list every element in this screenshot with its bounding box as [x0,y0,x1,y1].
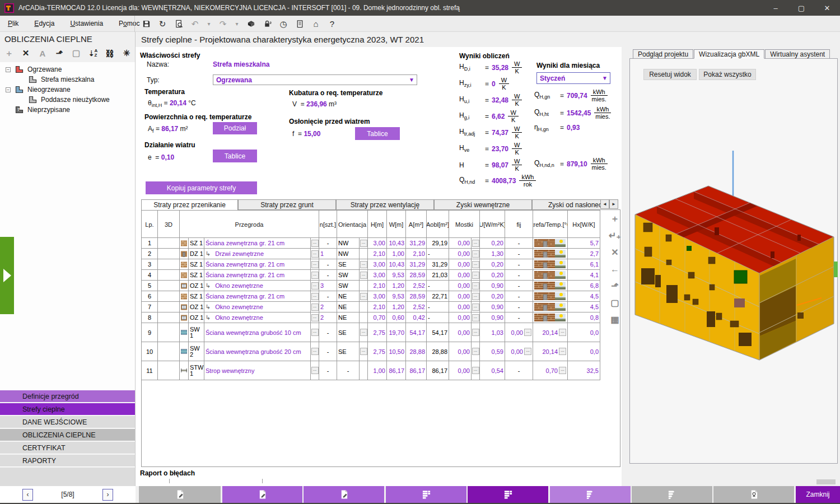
height-value[interactable]: 2,10 [368,249,387,259]
u-value[interactable]: 0,20 [480,291,505,301]
partition-code[interactable]: SZ 1 [189,259,204,269]
report-icon[interactable] [295,19,305,29]
partition-code[interactable]: OZ 1 [189,302,204,312]
tree-item-4[interactable]: Poddasze nieużytkowe [0,95,135,105]
calculator-icon[interactable]: ▦ [610,315,619,324]
report-doc-button-2[interactable] [222,486,302,503]
width-value[interactable]: 1,00 [387,249,406,259]
tree-item-1[interactable]: −Ogrzewane [0,64,135,74]
ellipsis-button[interactable]: ... [360,329,367,336]
orientation[interactable]: NE [337,302,360,312]
count[interactable]: - [319,361,337,380]
ellipsis-button[interactable]: ... [311,304,319,311]
count[interactable]: 2 [319,302,337,312]
tab-wirtualny-asystent[interactable]: Wirtualny asystent [765,49,830,59]
zone-preview-image[interactable] [533,259,568,269]
move-row-icon[interactable]: ← [610,265,619,274]
u-value[interactable]: 0,20 [480,238,505,248]
menu-item-ustawienia[interactable]: Ustawienia [62,16,111,32]
width-value[interactable]: 9,53 [387,291,406,301]
mostki-value[interactable]: 0,00 [449,302,472,312]
add-row-icon[interactable]: ＋ [610,214,619,223]
area-value[interactable]: 0,42 [406,312,427,323]
zone-temp-value[interactable]: 0,70... [533,361,568,380]
ellipsis-button[interactable]: ... [472,272,479,279]
partition-code[interactable]: OZ 1 [189,312,204,323]
ellipsis-button[interactable]: ... [311,314,319,321]
cell-3d[interactable] [158,312,180,323]
zone-preview-image[interactable] [533,238,568,248]
count[interactable]: 3 [319,281,337,291]
delete-zone-icon[interactable]: ✕ [20,48,31,59]
u-value[interactable]: 0,90 [480,281,505,291]
tab-straty-przez-wentylację[interactable]: Straty przez wentylację [336,199,434,210]
mostki-value[interactable]: 0,00 [449,323,472,342]
partition-name[interactable]: Ściana wewnętrzna grubość 20 cm [204,342,311,361]
mostki-value[interactable]: 0,00 [449,270,472,280]
ellipsis-button[interactable]: ... [360,240,367,247]
partition-code[interactable]: SZ 1 [189,291,204,301]
paste-row-icon[interactable]: ▢ [610,298,619,307]
partition-name[interactable]: ↳Okno zewnętrzne [204,302,311,312]
tab-straty-przez-przenikanie[interactable]: Straty przez przenikanie [141,199,238,210]
ellipsis-button[interactable]: ... [360,348,367,355]
wind-shield-row[interactable]: f = 15,00 [292,130,320,138]
zone-type-select[interactable]: Ogrzewana ▼ [213,74,417,85]
report-doc-button-1[interactable] [139,486,221,503]
area-value[interactable]: 31,29 [406,238,427,248]
ellipsis-button[interactable]: ... [311,348,319,355]
copy-zone-params-button[interactable]: Kopiuj parametry strefy [146,181,257,194]
ellipsis-button[interactable]: ... [472,329,479,336]
cell-3d[interactable] [158,323,180,342]
undo-menu-icon[interactable]: ▾ [206,19,212,29]
orientation[interactable]: NW [337,249,360,259]
sidebar-item-raporty[interactable]: RAPORTY [0,455,135,467]
zone-temp-value[interactable]: 20,14... [533,342,568,361]
temperature-row[interactable]: θint,H = 20,14 °C [148,99,196,108]
ellipsis-button[interactable]: ... [360,293,367,300]
fij-value[interactable]: - [505,270,533,280]
undo-icon[interactable]: ↶ [190,19,200,29]
tab-zyski-od-nasłonecz[interactable]: Zyski od nasłonecz [532,199,600,210]
partition-code[interactable]: SZ 1 [189,238,204,248]
cell-3d[interactable] [158,302,180,312]
zone-temp-value[interactable]: 20,14... [533,323,568,342]
fij-value[interactable]: - [505,291,533,301]
partition-name[interactable]: Ściana zewnętrzna gr. 21 cm [204,270,311,280]
mostki-value[interactable]: 0,00 [449,342,472,361]
close-button[interactable]: ✕ [814,0,840,16]
rename-zone-icon[interactable]: A [37,48,48,59]
u-value[interactable]: 0,59 [480,342,505,361]
u-value[interactable]: 1,03 [480,323,505,342]
print-preview-icon[interactable] [174,19,184,29]
sidebar-item-dane-wej-ciowe[interactable]: DANE WEJŚCIOWE [0,416,135,428]
help-icon[interactable]: ? [327,19,337,29]
orientation[interactable]: SE [337,323,360,342]
report-doc-button-3[interactable] [304,486,384,503]
ellipsis-button[interactable]: ... [472,367,479,374]
fij-value[interactable]: - [505,238,533,248]
menu-item-edycja[interactable]: Edycja [26,16,62,32]
ellipsis-button[interactable]: ... [559,367,566,374]
ellipsis-button[interactable]: ... [311,250,319,258]
mostki-value[interactable]: 0,00 [449,249,472,259]
ellipsis-button[interactable]: ... [472,261,479,268]
orientation[interactable]: SE [337,259,360,269]
paste-zone-icon[interactable]: ▢ [71,48,82,59]
ellipsis-button[interactable]: ... [311,282,319,290]
add-zone-icon[interactable]: ＋ [3,48,15,59]
u-value[interactable]: 0,90 [480,302,505,312]
area-value[interactable]: 28,88 [406,342,427,361]
energy-label-button-1[interactable] [550,486,631,503]
cell-3d[interactable] [158,342,180,361]
wind-shield-tablice-button[interactable]: Tablice [355,127,400,140]
partition-code[interactable]: SW 2 [189,342,204,361]
ellipsis-button[interactable]: ... [472,293,479,300]
ellipsis-button[interactable]: ... [472,304,479,311]
tab-scroll-right-button[interactable]: ► [609,199,618,209]
area-value[interactable]: 28,59 [406,291,427,301]
u-value[interactable]: 1,30 [480,249,505,259]
ellipsis-button[interactable]: ... [311,329,319,336]
zone-preview-image[interactable] [533,270,568,280]
area-value[interactable]: 54,17 [406,323,427,342]
